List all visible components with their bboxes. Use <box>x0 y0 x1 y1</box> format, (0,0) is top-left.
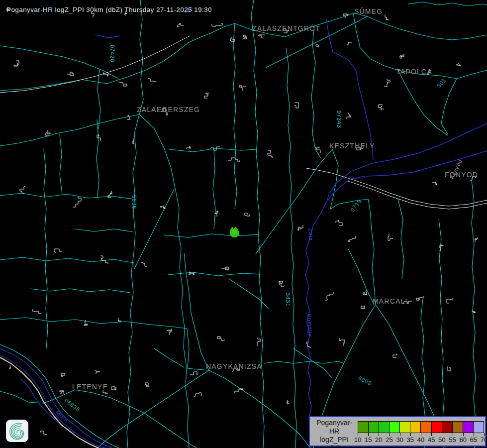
settlement-outline <box>388 233 393 240</box>
settlement-outline <box>347 112 351 119</box>
settlement-outline <box>103 390 107 394</box>
legend-tick-label: 45 <box>428 436 435 444</box>
settlement-outline <box>40 431 47 435</box>
settlement-outline <box>416 297 424 301</box>
settlement-outline <box>427 70 431 75</box>
map-canvas <box>0 0 487 448</box>
legend-tick-label: 10 <box>354 436 361 444</box>
settlement-outline <box>393 354 397 357</box>
settlement-outline <box>32 309 41 314</box>
settlement-outline <box>194 393 201 397</box>
legend-color-cell <box>400 422 410 433</box>
settlement-outline <box>357 146 363 150</box>
railway-lines <box>0 36 487 209</box>
settlement-outline <box>361 306 365 309</box>
legend-tick-label: 70 <box>481 436 487 444</box>
settlement-outline <box>232 369 240 371</box>
legend-color-cell <box>453 422 463 433</box>
settlement-outline <box>168 329 172 335</box>
road-network <box>0 0 487 448</box>
settlement-outline <box>97 135 100 141</box>
settlement-outline <box>190 372 197 375</box>
settlement-outline <box>384 79 390 87</box>
settlement-outline <box>294 102 298 108</box>
settlement-outline <box>316 45 318 47</box>
settlement-outline <box>133 138 134 144</box>
settlement-outline <box>67 72 74 76</box>
settlement-outline <box>268 150 273 158</box>
settlement-outline <box>259 35 265 38</box>
legend-product-name: logZ_PPI <box>312 436 357 444</box>
legend-tick-label: 55 <box>449 436 456 444</box>
settlement-outline <box>221 267 229 270</box>
rivers-and-lake <box>0 19 487 448</box>
settlement-outline <box>161 109 168 115</box>
settlement-outline <box>315 147 320 153</box>
legend-color-cell <box>369 422 379 433</box>
settlement-outline <box>20 186 25 193</box>
settlement-outline <box>457 64 461 66</box>
settlement-outline <box>325 292 333 300</box>
settlement-outline <box>447 298 452 303</box>
dbz-legend: Poganyvar-HR logZ_PPI dbZ 10152025303540… <box>309 416 486 447</box>
legend-color-cell <box>432 422 442 433</box>
legend-colorbar <box>358 421 484 433</box>
settlement-outline <box>9 365 11 369</box>
settlement-outline <box>339 338 345 346</box>
settlement-outline <box>54 249 62 253</box>
settlement-outline <box>379 105 384 111</box>
settlement-outline <box>127 115 130 119</box>
settlement-outline <box>447 367 451 371</box>
settlement-outline <box>187 146 191 149</box>
settlement-outline <box>432 182 437 185</box>
radar-title: Poganyvar-HR logZ_PPI 30km (dbZ) Thursda… <box>6 6 212 13</box>
legend-radar-name: Poganyvar-HR <box>312 419 357 436</box>
legend-tick-label: 30 <box>396 436 403 444</box>
settlement-outline <box>245 213 250 216</box>
settlement-outline <box>14 61 19 66</box>
legend-color-cell <box>421 422 431 433</box>
settlement-outline <box>279 281 284 287</box>
settlement-outline <box>283 29 289 33</box>
settlement-outline <box>61 373 65 377</box>
settlement-outline <box>257 337 261 345</box>
legend-unit: dbZ <box>312 444 357 448</box>
settlement-outline <box>348 236 356 241</box>
legend-color-cell <box>390 422 400 433</box>
settlement-outline <box>475 237 478 242</box>
legend-tick-label: 35 <box>407 436 414 444</box>
spiral-icon <box>6 420 28 442</box>
settlement-outline <box>204 93 209 98</box>
legend-color-cell <box>474 422 484 433</box>
legend-tick-label: 50 <box>438 436 445 444</box>
settlement-outline <box>118 318 121 321</box>
settlement-outline <box>385 14 389 19</box>
settlement-outline <box>178 23 184 27</box>
settlement-outline <box>287 401 290 404</box>
settlement-outline <box>118 82 127 86</box>
settlement-outline <box>439 244 443 251</box>
legend-tick-label: 15 <box>365 436 372 444</box>
radar-screen: SÜMEGZALASZENTGRÓTTAPOLCAZALAEGERSZEGKES… <box>0 0 487 448</box>
settlement-outline <box>239 86 246 91</box>
settlement-outline <box>60 391 64 394</box>
settlement-outline <box>212 23 222 26</box>
settlement-outline <box>243 35 247 39</box>
settlement-outline <box>470 176 477 180</box>
settlement-outline <box>363 290 367 295</box>
legend-tick-label: 25 <box>386 436 392 444</box>
settlement-outline <box>111 387 116 390</box>
settlement-outline <box>217 336 224 340</box>
legend-color-cell <box>379 422 390 433</box>
legend-color-cell <box>410 422 421 433</box>
settlement-outline <box>336 220 342 225</box>
settlement-outline <box>73 197 81 207</box>
settlement-outline <box>298 225 303 230</box>
settlement-outline <box>141 262 147 266</box>
legend-color-cell <box>463 422 474 433</box>
settlement-outline <box>228 158 239 162</box>
legend-color-cell <box>358 422 369 433</box>
settlement-outline <box>403 301 412 304</box>
settlement-outlines <box>6 9 478 435</box>
legend-tick-label: 65 <box>470 436 477 444</box>
